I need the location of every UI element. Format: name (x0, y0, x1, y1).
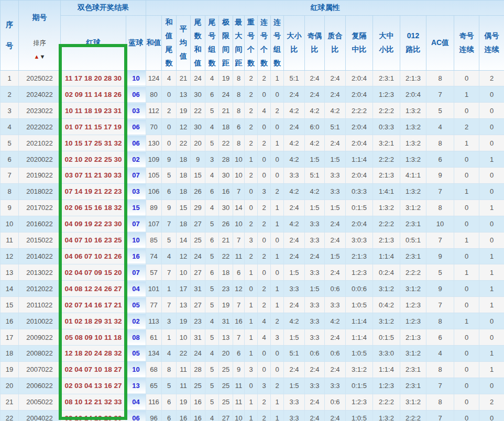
big-mid-small-ratio-cell: 2:1:3 (373, 168, 400, 184)
consecutive-groups-cell: 2 (271, 313, 284, 329)
tail-sum-cell: 29 (191, 200, 205, 216)
max-gap-cell: 8 (233, 70, 245, 86)
max-gap-cell: 16 (233, 313, 245, 329)
table-row: 20200602202 03 04 13 16 2713655112552511… (1, 378, 504, 394)
even-run-cell: 0 (479, 232, 504, 248)
fu-ge-zhong-ratio-cell: 2:0:4 (346, 135, 373, 151)
seq-cell: 12 (1, 248, 19, 264)
even-run-cell: 1 (479, 345, 504, 361)
max-gap-cell: 7 (233, 297, 245, 313)
average-cell: 13 (177, 86, 191, 103)
prime-composite-ratio-cell: 3:3 (325, 378, 346, 394)
consecutive-groups-cell: 1 (271, 410, 284, 421)
sort-ascending-icon[interactable]: ▲ (34, 53, 40, 60)
odd-even-ratio-cell: 4:2 (305, 183, 325, 200)
ac-value-cell: 5 (426, 264, 454, 281)
fu-ge-zhong-ratio-cell: 2:1:3 (346, 248, 373, 264)
size-ratio-cell: 3:3 (284, 281, 305, 297)
ac-value-cell: 5 (426, 103, 454, 119)
tail-groups-cell: 5 (205, 281, 219, 297)
blue-ball-cell: 16 (126, 248, 146, 264)
big-mid-small-ratio-cell: 2:2:2 (373, 394, 400, 410)
table-row: 12201402204 06 07 10 21 2616744122452211… (1, 248, 504, 264)
even-run-cell: 2 (479, 394, 504, 410)
ac-value-cell: 6 (426, 329, 454, 346)
ac-value-cell: 7 (426, 378, 454, 394)
limit-gap-column-header: 极限 间距 (219, 16, 233, 71)
tail-sum-cell: 24 (191, 345, 205, 361)
average-cell: 10 (177, 264, 191, 281)
consecutive-groups-cell: 0 (271, 151, 284, 168)
tail-groups-cell: 5 (205, 248, 219, 264)
group-header-draw-result: 双色球开奖结果 (61, 1, 146, 16)
max-gap-cell: 14 (233, 200, 245, 216)
max-gap-cell: 11 (233, 378, 245, 394)
size-ratio-cell: 2:4 (284, 119, 305, 135)
max-gap-cell: 12 (233, 281, 245, 297)
fu-ge-zhong-ratio-cell: 2:0:4 (346, 119, 373, 135)
road-012-ratio-cell: 2:0:4 (400, 86, 426, 103)
limit-gap-cell: 13 (219, 329, 233, 346)
road-012-ratio-cell: 3:1:2 (400, 281, 426, 297)
table-row: 2202402202 09 11 14 18 26068001330624820… (1, 86, 504, 103)
prime-composite-ratio-cell: 2:4 (325, 361, 346, 378)
size-ratio-cell: 4:2 (284, 103, 305, 119)
limit-gap-cell: 28 (219, 151, 233, 168)
limit-gap-cell: 18 (219, 119, 233, 135)
road-012-ratio-cell: 1:3:2 (400, 183, 426, 200)
seq-cell: 5 (1, 135, 19, 151)
sort-descending-icon[interactable]: ▼ (40, 53, 46, 60)
consecutive-groups-cell: 1 (271, 248, 284, 264)
blue-ball-cell: 08 (126, 329, 146, 346)
big-mid-small-ratio-cell: 1:2:3 (373, 378, 400, 394)
consecutive-count-cell: 0 (258, 86, 271, 103)
sum-tail-cell: 2 (162, 103, 177, 119)
red-balls-cell: 03 10 14 19 20 30 (61, 410, 126, 421)
blue-ball-cell: 15 (126, 200, 146, 216)
average-cell: 16 (177, 410, 191, 421)
seq-cell: 15 (1, 297, 19, 313)
tail-sum-cell: 31 (191, 281, 205, 297)
road-012-ratio-cell: 1:3:2 (400, 119, 426, 135)
tail-sum-cell: 25 (191, 378, 205, 394)
table-row: 15201102202 07 14 16 17 2105777132751971… (1, 297, 504, 313)
tail-groups-cell: 6 (205, 183, 219, 200)
tail-sum-cell: 16 (191, 394, 205, 410)
period-cell: 2013022 (19, 264, 61, 281)
fu-ge-zhong-ratio-cell: 1:0:5 (346, 410, 373, 421)
sum-tail-cell: 6 (162, 394, 177, 410)
sum-cell: 109 (146, 151, 162, 168)
red-balls-cell: 08 10 12 21 32 33 (61, 394, 126, 410)
odd-even-ratio-cell: 2:4 (305, 86, 325, 103)
fu-ge-zhong-ratio-cell: 3:0:3 (346, 232, 373, 248)
red-balls-cell: 11 17 18 20 28 30 (61, 70, 126, 86)
redballs-column-header: 红球 (61, 16, 126, 71)
consecutive-groups-cell: 3 (271, 329, 284, 346)
size-ratio-cell: 4:2 (284, 135, 305, 151)
sum-tail-cell: 9 (162, 200, 177, 216)
road-012-ratio-cell: 1:3:2 (400, 151, 426, 168)
seq-cell: 17 (1, 329, 19, 346)
ac-value-cell: 8 (426, 200, 454, 216)
prime-composite-ratio-cell: 0:6 (325, 394, 346, 410)
period-cell: 2010022 (19, 313, 61, 329)
period-cell: 2020022 (19, 151, 61, 168)
sum-tail-cell: 9 (162, 151, 177, 168)
sum-tail-column-header: 和值 尾数 (162, 16, 177, 71)
fu-ge-zhong-ratio-cell: 1:2:3 (346, 394, 373, 410)
max-gap-cell: 10 (233, 410, 245, 421)
max-gap-cell: 6 (233, 119, 245, 135)
tail-groups-cell: 5 (205, 329, 219, 346)
road-012-ratio-column-header: 012 路比 (400, 16, 426, 71)
tail-sum-cell: 27 (191, 297, 205, 313)
odd-run-column-header: 奇号 连续 (454, 16, 479, 71)
fu-ge-zhong-ratio-cell: 0:1:5 (346, 200, 373, 216)
sum-tail-cell: 0 (162, 135, 177, 151)
sum-cell: 57 (146, 264, 162, 281)
period-column-header[interactable]: 期号 排序 ▲▼ (19, 1, 61, 71)
tail-groups-cell: 6 (205, 264, 219, 281)
period-cell: 2016022 (19, 216, 61, 232)
repeat-count-cell: 0 (245, 378, 258, 394)
fu-ge-zhong-ratio-cell: 1:0:5 (346, 345, 373, 361)
limit-gap-cell: 19 (219, 297, 233, 313)
